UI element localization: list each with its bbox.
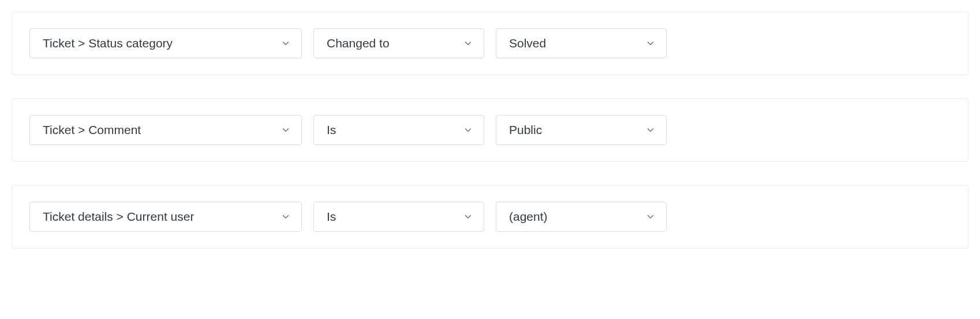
operator-dropdown-label: Changed to	[327, 36, 390, 50]
value-dropdown[interactable]: Public	[496, 115, 667, 145]
operator-dropdown[interactable]: Is	[313, 202, 484, 232]
condition-row: Ticket details > Current user Is (agent)	[12, 185, 968, 248]
field-dropdown-label: Ticket > Status category	[43, 36, 173, 50]
chevron-down-icon	[463, 38, 473, 49]
chevron-down-icon	[463, 125, 473, 135]
chevron-down-icon	[645, 38, 656, 49]
value-dropdown[interactable]: (agent)	[496, 202, 667, 232]
value-dropdown-label: Public	[509, 123, 542, 137]
chevron-down-icon	[280, 212, 291, 222]
chevron-down-icon	[645, 125, 656, 135]
condition-row: Ticket > Status category Changed to Solv…	[12, 12, 968, 75]
field-dropdown-label: Ticket > Comment	[43, 123, 141, 137]
operator-dropdown-label: Is	[327, 123, 336, 137]
value-dropdown[interactable]: Solved	[496, 28, 667, 58]
chevron-down-icon	[645, 212, 656, 222]
operator-dropdown[interactable]: Changed to	[313, 28, 484, 58]
operator-dropdown[interactable]: Is	[313, 115, 484, 145]
chevron-down-icon	[280, 125, 291, 135]
condition-row: Ticket > Comment Is Public	[12, 98, 968, 162]
chevron-down-icon	[463, 212, 473, 222]
chevron-down-icon	[280, 38, 291, 49]
operator-dropdown-label: Is	[327, 210, 336, 224]
value-dropdown-label: Solved	[509, 36, 546, 50]
field-dropdown[interactable]: Ticket > Status category	[29, 28, 302, 58]
value-dropdown-label: (agent)	[509, 210, 548, 224]
field-dropdown-label: Ticket details > Current user	[43, 210, 194, 224]
field-dropdown[interactable]: Ticket > Comment	[29, 115, 302, 145]
field-dropdown[interactable]: Ticket details > Current user	[29, 202, 302, 232]
